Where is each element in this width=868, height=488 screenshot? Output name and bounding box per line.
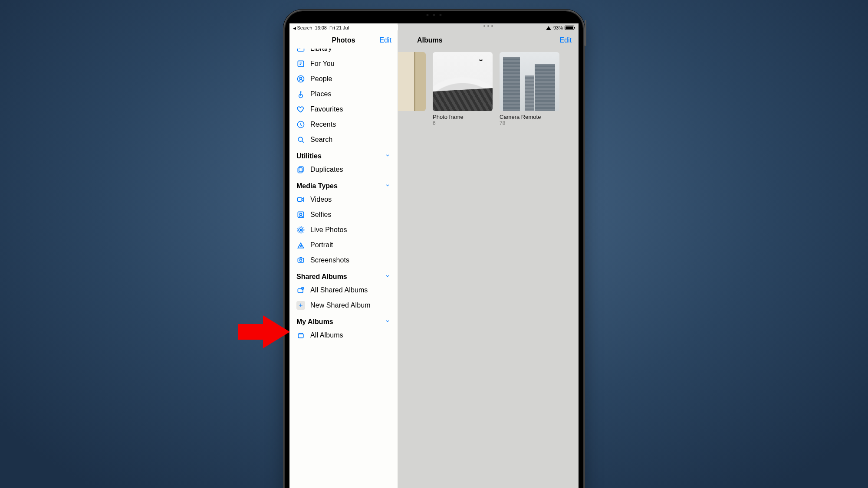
sidebar-item-portrait[interactable]: Portrait bbox=[294, 237, 393, 252]
sidebar-title: Photos bbox=[332, 36, 355, 44]
svg-point-5 bbox=[300, 77, 302, 79]
sidebar-item-people[interactable]: People bbox=[294, 71, 393, 86]
sidebar-item-label: Favourites bbox=[310, 105, 343, 113]
album-thumbnail bbox=[433, 52, 493, 111]
sidebar-item-search[interactable]: Search bbox=[294, 132, 393, 147]
section-header-shared-albums[interactable]: Shared Albums bbox=[294, 269, 393, 282]
sidebar-item-label: Search bbox=[310, 136, 332, 144]
ipad-device-frame: Search 16:08 Fri 21 Jul 93% Photos Edit bbox=[283, 10, 585, 488]
screenshots-icon bbox=[296, 256, 305, 265]
sidebar-item-label: Portrait bbox=[310, 241, 333, 249]
sidebar-header: Photos Edit bbox=[289, 32, 398, 49]
album-name: Photo frame bbox=[433, 114, 493, 120]
svg-point-4 bbox=[298, 75, 304, 82]
sidebar-item-screenshots[interactable]: Screenshots bbox=[294, 252, 393, 268]
svg-point-9 bbox=[298, 137, 302, 141]
sidebar-item-recents[interactable]: Recents bbox=[294, 117, 393, 132]
album-thumbnail bbox=[500, 52, 559, 111]
content-title: Albums bbox=[417, 36, 443, 44]
section-header-utilities[interactable]: Utilities bbox=[294, 149, 393, 162]
sidebar-item-new-shared-album[interactable]: + New Shared Album bbox=[294, 298, 393, 313]
chevron-down-icon bbox=[385, 182, 391, 190]
for-you-icon bbox=[296, 59, 305, 68]
svg-rect-3 bbox=[298, 61, 303, 66]
portrait-icon bbox=[296, 241, 305, 249]
svg-point-7 bbox=[300, 91, 301, 92]
section-header-my-albums[interactable]: My Albums bbox=[294, 314, 393, 328]
search-icon bbox=[296, 135, 305, 144]
selfies-icon bbox=[296, 210, 305, 219]
sidebar-item-label: Library bbox=[310, 49, 332, 52]
people-icon bbox=[296, 75, 305, 83]
sidebar-item-label: For You bbox=[310, 60, 335, 68]
album-item-camera-remote[interactable]: Camera Remote 78 bbox=[500, 52, 559, 126]
svg-point-14 bbox=[300, 213, 302, 215]
power-button bbox=[585, 20, 586, 46]
sidebar-item-label: Screenshots bbox=[310, 256, 349, 264]
svg-point-20 bbox=[300, 259, 302, 261]
sidebar-item-label: All Shared Albums bbox=[310, 286, 368, 294]
section-title: Media Types bbox=[296, 182, 338, 190]
section-title: My Albums bbox=[296, 318, 333, 326]
sidebar-item-label: Live Photos bbox=[310, 226, 347, 234]
plus-icon: + bbox=[296, 301, 305, 310]
svg-rect-19 bbox=[298, 258, 303, 262]
places-icon bbox=[296, 90, 305, 98]
sidebar-item-duplicates[interactable]: Duplicates bbox=[294, 162, 393, 177]
chevron-down-icon bbox=[385, 273, 391, 281]
section-header-media-types[interactable]: Media Types bbox=[294, 179, 393, 192]
sidebar-edit-button[interactable]: Edit bbox=[379, 36, 391, 44]
sidebar-item-places[interactable]: Places bbox=[294, 86, 393, 102]
sidebar-item-label: All Albums bbox=[310, 331, 343, 339]
screen: Search 16:08 Fri 21 Jul 93% Photos Edit bbox=[289, 23, 579, 488]
sidebar-item-library[interactable]: Library bbox=[294, 49, 393, 56]
content-edit-button[interactable]: Edit bbox=[559, 36, 572, 44]
content: Albums Edit Photo frame 6 Camera Remote … bbox=[398, 23, 579, 488]
svg-rect-1 bbox=[298, 49, 304, 51]
svg-point-18 bbox=[300, 245, 301, 246]
sidebar-item-all-shared-albums[interactable]: All Shared Albums bbox=[294, 282, 393, 298]
album-item[interactable] bbox=[398, 52, 426, 126]
live-photos-icon bbox=[296, 226, 305, 234]
sidebar-item-selfies[interactable]: Selfies bbox=[294, 207, 393, 222]
svg-rect-12 bbox=[298, 197, 302, 201]
sidebar-item-live-photos[interactable]: Live Photos bbox=[294, 222, 393, 237]
section-title: Shared Albums bbox=[296, 273, 347, 281]
chevron-down-icon bbox=[385, 318, 391, 326]
svg-point-15 bbox=[300, 229, 302, 231]
sidebar-item-for-you[interactable]: For You bbox=[294, 56, 393, 71]
sidebar-item-label: Recents bbox=[310, 121, 336, 128]
front-camera-cluster bbox=[427, 14, 442, 16]
video-icon bbox=[296, 195, 305, 204]
content-header: Albums Edit bbox=[398, 32, 579, 49]
sidebar-item-label: Videos bbox=[310, 196, 332, 203]
shared-album-icon bbox=[296, 286, 305, 295]
sidebar-item-all-albums[interactable]: All Albums bbox=[294, 328, 393, 343]
instruction-arrow bbox=[238, 315, 290, 348]
sidebar-item-label: Selfies bbox=[310, 211, 332, 219]
chevron-down-icon bbox=[385, 152, 391, 160]
album-count: 78 bbox=[500, 120, 559, 126]
grabber-dots-icon[interactable] bbox=[398, 25, 579, 27]
album-stack-icon bbox=[296, 331, 305, 340]
album-name: Camera Remote bbox=[500, 114, 559, 120]
svg-marker-0 bbox=[238, 315, 290, 348]
clock-icon bbox=[296, 120, 305, 129]
svg-point-22 bbox=[302, 287, 304, 289]
duplicates-icon bbox=[296, 165, 305, 174]
heart-icon bbox=[296, 105, 305, 114]
section-title: Utilities bbox=[296, 152, 322, 160]
sidebar-item-videos[interactable]: Videos bbox=[294, 192, 393, 207]
album-thumbnail bbox=[398, 52, 426, 111]
sidebar: Photos Edit Library bbox=[289, 23, 398, 488]
album-count: 6 bbox=[433, 120, 493, 126]
album-item-photo-frame[interactable]: Photo frame 6 bbox=[433, 52, 493, 126]
sidebar-item-label: New Shared Album bbox=[310, 301, 371, 309]
album-grid[interactable]: Photo frame 6 Camera Remote 78 bbox=[398, 49, 579, 126]
library-icon bbox=[296, 49, 305, 53]
sidebar-scroll[interactable]: Library For You People bbox=[289, 49, 398, 488]
sidebar-item-label: Places bbox=[310, 90, 332, 98]
svg-rect-23 bbox=[298, 334, 303, 337]
sidebar-item-label: Duplicates bbox=[310, 166, 343, 174]
sidebar-item-favourites[interactable]: Favourites bbox=[294, 102, 393, 117]
